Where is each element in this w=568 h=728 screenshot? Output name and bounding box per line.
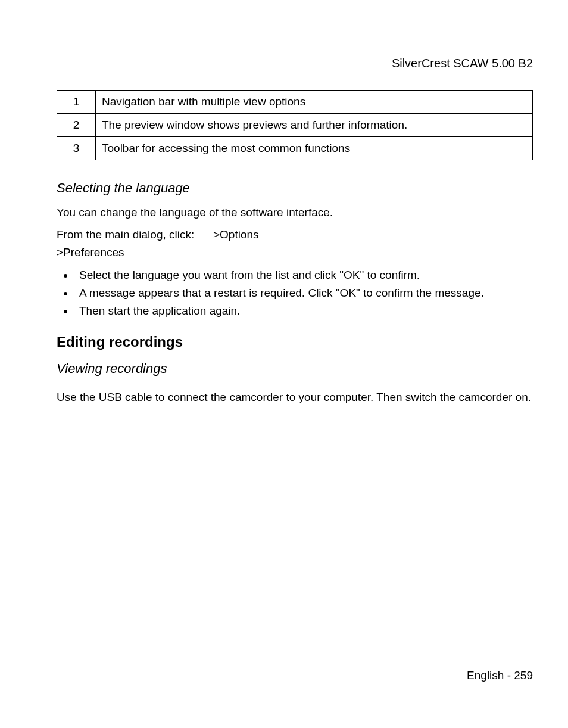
table-row: 1 Navigation bar with multiple view opti… bbox=[57, 91, 533, 114]
list-item: Then start the application again. bbox=[74, 302, 533, 320]
paragraph: >Preferences bbox=[57, 244, 533, 262]
row-number: 2 bbox=[57, 114, 96, 137]
text-fragment: >Options bbox=[213, 228, 259, 241]
page-content: SilverCrest SCAW 5.00 B2 1 Navigation ba… bbox=[57, 57, 533, 682]
section-subheading-viewing: Viewing recordings bbox=[57, 361, 533, 377]
row-number: 3 bbox=[57, 137, 96, 160]
list-item: A message appears that a restart is requ… bbox=[74, 284, 533, 302]
table-row: 2 The preview window shows previews and … bbox=[57, 114, 533, 137]
paragraph: You can change the language of the softw… bbox=[57, 204, 533, 222]
header-rule bbox=[57, 74, 533, 74]
paragraph: Use the USB cable to connect the camcord… bbox=[57, 388, 533, 407]
row-desc: Navigation bar with multiple view option… bbox=[96, 91, 533, 114]
legend-table: 1 Navigation bar with multiple view opti… bbox=[57, 90, 533, 160]
footer-rule bbox=[57, 664, 533, 664]
section-heading-editing: Editing recordings bbox=[57, 334, 533, 350]
row-number: 1 bbox=[57, 91, 96, 114]
paragraph: From the main dialog, click: >Options bbox=[57, 226, 533, 244]
section-heading-language: Selecting the language bbox=[57, 181, 533, 196]
page-number: English - 259 bbox=[57, 669, 533, 682]
table-row: 3 Toolbar for accessing the most common … bbox=[57, 137, 533, 160]
bullet-list: Select the language you want from the li… bbox=[57, 266, 533, 321]
row-desc: The preview window shows previews and fu… bbox=[96, 114, 533, 137]
list-item: Select the language you want from the li… bbox=[74, 266, 533, 284]
text-fragment: From the main dialog, click: bbox=[57, 228, 194, 241]
row-desc: Toolbar for accessing the most common fu… bbox=[96, 137, 533, 160]
header-title: SilverCrest SCAW 5.00 B2 bbox=[57, 57, 533, 74]
footer: English - 259 bbox=[57, 664, 533, 682]
